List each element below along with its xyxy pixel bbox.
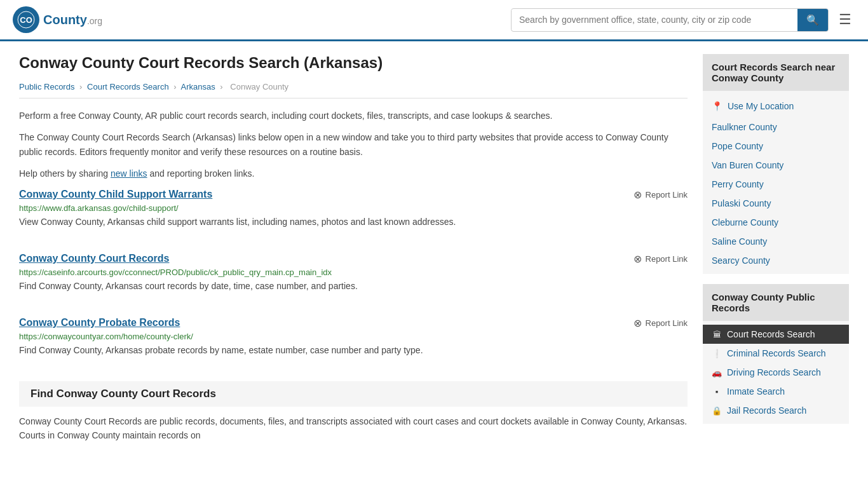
record-title-link[interactable]: Conway County Probate Records xyxy=(19,317,180,329)
report-link-label: Report Link xyxy=(646,254,688,264)
record-item-header: Conway County Probate Records ⊗ Report L… xyxy=(19,317,688,329)
breadcrumb: Public Records › Court Records Search › … xyxy=(19,82,688,98)
nearby-county-item[interactable]: Pulaski County xyxy=(703,194,849,213)
description-2: The Conway County Court Records Search (… xyxy=(19,130,688,159)
record-title-link[interactable]: Conway County Court Records xyxy=(19,253,169,264)
logo-text: County.org xyxy=(43,13,102,27)
nearby-title: Court Records Search near Conway County xyxy=(703,54,849,91)
description-3: Help others by sharing new links and rep… xyxy=(19,166,688,180)
nearby-county-link[interactable]: Searcy County xyxy=(712,255,770,266)
record-description: Find Conway County, Arkansas court recor… xyxy=(19,280,688,293)
public-records-item-icon: ▪ xyxy=(712,387,722,396)
public-records-title: Conway County Public Records xyxy=(703,284,849,321)
record-item: Conway County Probate Records ⊗ Report L… xyxy=(19,317,688,363)
report-icon: ⊗ xyxy=(634,253,642,265)
record-item-header: Conway County Court Records ⊗ Report Lin… xyxy=(19,253,688,265)
public-records-item[interactable]: ▪ Inmate Search xyxy=(703,382,849,401)
record-item-header: Conway County Child Support Warrants ⊗ R… xyxy=(19,189,688,201)
public-records-item-link[interactable]: Driving Records Search xyxy=(727,367,821,377)
nearby-county-link[interactable]: Perry County xyxy=(712,179,764,189)
report-link-button[interactable]: ⊗ Report Link xyxy=(634,317,688,329)
nearby-county-item[interactable]: Cleburne County xyxy=(703,213,849,232)
logo-icon: CO xyxy=(13,6,39,33)
section-text: Conway County Court Records are public r… xyxy=(19,414,688,443)
record-item: Conway County Child Support Warrants ⊗ R… xyxy=(19,189,688,235)
main-container: Conway County Court Records Search (Arka… xyxy=(0,41,868,455)
site-header: CO County.org 🔍 ☰ xyxy=(0,0,868,41)
nearby-county-item[interactable]: Searcy County xyxy=(703,251,849,270)
public-records-item-link[interactable]: Jail Records Search xyxy=(727,405,806,416)
section-heading: Find Conway County Court Records xyxy=(19,381,688,407)
report-icon: ⊗ xyxy=(634,189,642,201)
nearby-county-item[interactable]: Perry County xyxy=(703,175,849,194)
nearby-list: 📍 Use My Location Faulkner CountyPope Co… xyxy=(703,91,849,274)
breadcrumb-link-arkansas[interactable]: Arkansas xyxy=(181,82,215,92)
record-url: https://conwaycountyar.com/home/county-c… xyxy=(19,332,688,341)
svg-text:CO: CO xyxy=(20,15,32,25)
public-records-item-link[interactable]: Inmate Search xyxy=(727,386,785,396)
public-records-box: Conway County Public Records 🏛 Court Rec… xyxy=(703,284,849,424)
breadcrumb-link-court-records[interactable]: Court Records Search xyxy=(87,82,169,92)
nearby-county-link[interactable]: Faulkner County xyxy=(712,122,777,132)
record-url: https://www.dfa.arkansas.gov/child-suppo… xyxy=(19,203,688,213)
record-description: Find Conway County, Arkansas probate rec… xyxy=(19,344,688,357)
search-bar: 🔍 xyxy=(511,8,829,32)
report-link-button[interactable]: ⊗ Report Link xyxy=(634,253,688,265)
nearby-county-link[interactable]: Saline County xyxy=(712,236,767,247)
header-right: 🔍 ☰ xyxy=(511,8,855,32)
nearby-county-link[interactable]: Cleburne County xyxy=(712,217,778,227)
description-1: Perform a free Conway County, AR public … xyxy=(19,109,688,123)
breadcrumb-current: Conway County xyxy=(230,82,288,92)
sidebar: Court Records Search near Conway County … xyxy=(703,54,849,442)
search-input[interactable] xyxy=(512,10,797,30)
public-records-list: 🏛 Court Records Search ❕ Criminal Record… xyxy=(703,321,849,424)
report-link-label: Report Link xyxy=(646,318,688,328)
public-records-item-icon: 🔒 xyxy=(712,406,722,416)
nearby-county-item[interactable]: Faulkner County xyxy=(703,118,849,137)
report-link-label: Report Link xyxy=(646,190,688,200)
nearby-county-item[interactable]: Pope County xyxy=(703,137,849,156)
menu-icon[interactable]: ☰ xyxy=(835,8,855,32)
nearby-county-item[interactable]: Van Buren County xyxy=(703,156,849,175)
record-description: View Conway County, Arkansas child suppo… xyxy=(19,215,688,229)
report-icon: ⊗ xyxy=(634,317,642,329)
page-title: Conway County Court Records Search (Arka… xyxy=(19,54,688,72)
public-records-item-icon: 🚗 xyxy=(712,368,722,377)
nearby-county-item[interactable]: Saline County xyxy=(703,232,849,251)
public-records-item-link[interactable]: Court Records Search xyxy=(727,329,815,339)
nearby-box: Court Records Search near Conway County … xyxy=(703,54,849,274)
public-records-item[interactable]: 🏛 Court Records Search xyxy=(703,325,849,344)
record-item: Conway County Court Records ⊗ Report Lin… xyxy=(19,253,688,299)
nearby-county-link[interactable]: Pope County xyxy=(712,141,763,151)
location-pin-icon: 📍 xyxy=(712,101,722,111)
public-records-item-icon: 🏛 xyxy=(712,330,722,339)
search-button[interactable]: 🔍 xyxy=(797,9,828,31)
public-records-item[interactable]: 🔒 Jail Records Search xyxy=(703,401,849,420)
public-records-items: 🏛 Court Records Search ❕ Criminal Record… xyxy=(703,325,849,420)
use-location-item[interactable]: 📍 Use My Location xyxy=(703,95,849,118)
report-link-button[interactable]: ⊗ Report Link xyxy=(634,189,688,201)
nearby-counties-list: Faulkner CountyPope CountyVan Buren Coun… xyxy=(703,118,849,270)
public-records-item[interactable]: 🚗 Driving Records Search xyxy=(703,363,849,382)
content-area: Conway County Court Records Search (Arka… xyxy=(19,54,688,442)
record-title-link[interactable]: Conway County Child Support Warrants xyxy=(19,189,212,200)
new-links-link[interactable]: new links xyxy=(111,168,147,179)
breadcrumb-link-public-records[interactable]: Public Records xyxy=(19,82,74,92)
logo-area[interactable]: CO County.org xyxy=(13,6,102,33)
public-records-item-icon: ❕ xyxy=(712,349,722,358)
nearby-county-link[interactable]: Van Buren County xyxy=(712,160,783,170)
public-records-item-link[interactable]: Criminal Records Search xyxy=(727,348,826,358)
records-container: Conway County Child Support Warrants ⊗ R… xyxy=(19,189,688,363)
record-url: https://caseinfo.arcourts.gov/cconnect/P… xyxy=(19,268,688,277)
public-records-item[interactable]: ❕ Criminal Records Search xyxy=(703,344,849,363)
logo-text-area: County.org xyxy=(43,13,102,27)
use-location-link[interactable]: Use My Location xyxy=(728,101,794,111)
nearby-county-link[interactable]: Pulaski County xyxy=(712,198,771,208)
